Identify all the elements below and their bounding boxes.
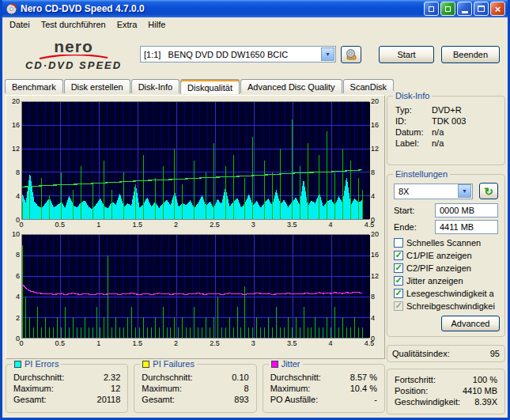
axis-tick-label: 10 bbox=[12, 230, 20, 238]
stat-label: Maximum: bbox=[270, 384, 311, 393]
pi-errors-chart: 201612840 201612840 00.511.522.533.544.5 bbox=[8, 101, 384, 230]
stat-label: Maximum: bbox=[142, 384, 182, 393]
app-icon bbox=[6, 3, 17, 15]
axis-tick-label: 16 bbox=[12, 121, 20, 129]
checkbox-schnelles-scannen[interactable]: ✓ Schnelles Scannen bbox=[392, 236, 500, 249]
position-value: 4410 MB bbox=[463, 386, 497, 395]
disk-info-title: Disk-Info bbox=[395, 91, 429, 100]
titlebar-tool-button-1[interactable] bbox=[424, 2, 439, 16]
drive-select[interactable]: [1:1] BENQ DVD DD DW1650 BCIC ▼ bbox=[140, 46, 336, 62]
checkbox-schreibgeschwindigkeit[interactable]: ✓ Schreibgeschwindigkei bbox=[392, 300, 500, 312]
menu-datei[interactable]: Datei bbox=[4, 19, 36, 30]
axis-tick-label: 3.5 bbox=[287, 339, 297, 347]
axis-tick-label: 4 bbox=[329, 221, 333, 229]
titlebar-tool-button-2[interactable] bbox=[440, 2, 455, 16]
tab-diskqualitaet[interactable]: Diskqualität bbox=[180, 79, 240, 94]
jitter-stats-group: Jitter Durchschnitt:8.57 % Maximum:10.4 … bbox=[263, 364, 385, 413]
start-button[interactable]: Start bbox=[379, 46, 434, 63]
axis-tick-label: 0 bbox=[19, 339, 23, 347]
stat-label: Maximum: bbox=[13, 384, 54, 393]
minimize-button[interactable] bbox=[457, 2, 472, 16]
axis-tick-label: 1.5 bbox=[132, 339, 142, 347]
tab-disk-info[interactable]: Disk-Info bbox=[131, 79, 179, 93]
refresh-button[interactable]: ↻ bbox=[479, 183, 498, 199]
stat-label: PO Ausfälle: bbox=[270, 395, 319, 404]
start-field[interactable]: 0000 MB bbox=[435, 203, 498, 218]
speed-select-value: 8X bbox=[399, 187, 409, 196]
menu-hilfe[interactable]: Hilfe bbox=[142, 19, 171, 30]
stat-value: 893 bbox=[234, 395, 248, 404]
stat-value: 0.10 bbox=[232, 373, 248, 382]
axis-tick-label: 12 bbox=[371, 145, 379, 153]
pi-errors-x-axis: 00.511.522.533.544.5 bbox=[21, 220, 369, 230]
progress-group: Fortschritt:100 % Position:4410 MB Gesch… bbox=[387, 369, 505, 414]
close-icon: × bbox=[495, 4, 501, 14]
stat-label: Durchschnitt: bbox=[13, 373, 64, 382]
tool-1-icon bbox=[429, 6, 434, 12]
pi-failures-color-swatch bbox=[142, 361, 149, 368]
maximize-button[interactable] bbox=[474, 2, 489, 16]
menubar: Datei Test durchführen Extra Hilfe bbox=[2, 17, 508, 32]
drive-tool-button[interactable] bbox=[341, 46, 361, 63]
progress-value: 100 % bbox=[473, 375, 497, 384]
settings-group: Einstellungen 8X ▼ ↻ Start: 0000 MB Ende… bbox=[387, 174, 505, 337]
end-field[interactable]: 4411 MB bbox=[435, 220, 498, 234]
pi-failures-stats-title: PI Failures bbox=[153, 359, 195, 369]
disk-info-label: Label: bbox=[395, 138, 432, 148]
axis-tick-label: 20 bbox=[12, 97, 20, 105]
window-title: Nero CD-DVD Speed 4.7.0.0 bbox=[21, 3, 424, 14]
axis-tick-label: 12 bbox=[12, 145, 20, 153]
menu-extra[interactable]: Extra bbox=[111, 19, 143, 30]
stat-value: 20118 bbox=[97, 395, 121, 404]
menu-test-durchfuehren[interactable]: Test durchführen bbox=[36, 19, 111, 30]
disk-info-group: Disk-Info Typ:DVD+R ID:TDK 003 Datum:n/a… bbox=[387, 96, 505, 165]
chart-panel: 201612840 201612840 00.511.522.533.544.5… bbox=[6, 95, 385, 359]
pif-y-axis-left: 1086420 bbox=[8, 234, 21, 339]
checkbox-c1-pie-anzeigen[interactable]: ✓ C1/PIE anzeigen bbox=[392, 249, 500, 262]
pif-jitter-plot bbox=[22, 235, 370, 338]
axis-tick-label: 4 bbox=[371, 314, 375, 322]
checkbox-jitter-anzeigen[interactable]: ✓ Jitter anzeigen bbox=[392, 274, 500, 287]
jitter-color-swatch bbox=[271, 361, 278, 368]
position-label: Position: bbox=[395, 386, 428, 395]
advanced-button[interactable]: Advanced bbox=[441, 316, 500, 331]
tab-benchmark[interactable]: Benchmark bbox=[5, 79, 63, 93]
stat-value: 12 bbox=[111, 384, 120, 393]
tab-disk-erstellen[interactable]: Disk erstellen bbox=[64, 79, 130, 93]
checkbox-lesegeschwindigkeit[interactable]: ✓ Lesegeschwindigkeit a bbox=[392, 287, 500, 300]
disk-label-value: n/a bbox=[432, 138, 497, 148]
chevron-down-icon[interactable]: ▼ bbox=[321, 47, 334, 61]
pi-errors-stats-group: PI Errors Durchschnitt:2.32 Maximum:12 G… bbox=[6, 364, 128, 413]
axis-tick-label: 12 bbox=[371, 272, 379, 280]
axis-tick-label: 16 bbox=[371, 121, 379, 129]
pi-failures-stats-group: PI Failures Durchschnitt:0.10 Maximum:8 … bbox=[134, 364, 256, 413]
disk-info-label: Datum: bbox=[395, 127, 432, 137]
axis-tick-label: 2 bbox=[174, 339, 178, 347]
end-field-label: Ende: bbox=[394, 222, 417, 232]
tab-advanced-disc-quality[interactable]: Advanced Disc Quality bbox=[240, 79, 342, 93]
tab-scandisk[interactable]: ScanDisk bbox=[343, 79, 394, 93]
disk-id-value: TDK 003 bbox=[432, 116, 497, 126]
stat-label: Gesamt: bbox=[13, 395, 47, 404]
axis-tick-label: 8 bbox=[371, 168, 375, 176]
maximize-icon bbox=[478, 6, 485, 12]
quit-button[interactable]: Beenden bbox=[441, 46, 500, 63]
axis-tick-label: 2 bbox=[16, 314, 20, 322]
titlebar[interactable]: Nero CD-DVD Speed 4.7.0.0 × bbox=[2, 0, 508, 17]
nero-product-text: CD·DVD SPEED bbox=[7, 60, 140, 70]
stat-value: 10.4 % bbox=[350, 384, 377, 393]
chevron-down-icon[interactable]: ▼ bbox=[458, 184, 471, 198]
drive-select-value: [1:1] BENQ DVD DD DW1650 BCIC bbox=[144, 50, 321, 59]
disk-info-label: ID: bbox=[395, 116, 432, 126]
quality-index-label: Qualitätsindex: bbox=[392, 349, 450, 358]
quality-index-value: 95 bbox=[490, 349, 500, 358]
axis-tick-label: 4 bbox=[16, 293, 20, 301]
speed-select[interactable]: 8X ▼ bbox=[394, 184, 473, 199]
axis-tick-label: 4 bbox=[329, 339, 333, 347]
pif-y-axis-right: 201612840 bbox=[369, 234, 383, 339]
pi-errors-stats-title: PI Errors bbox=[25, 359, 59, 369]
close-button[interactable]: × bbox=[490, 2, 505, 16]
axis-tick-label: 4 bbox=[371, 192, 375, 200]
checkbox-c2-pif-anzeigen[interactable]: ✓ C2/PIF anzeigen bbox=[392, 262, 500, 274]
settings-title: Einstellungen bbox=[395, 169, 448, 179]
